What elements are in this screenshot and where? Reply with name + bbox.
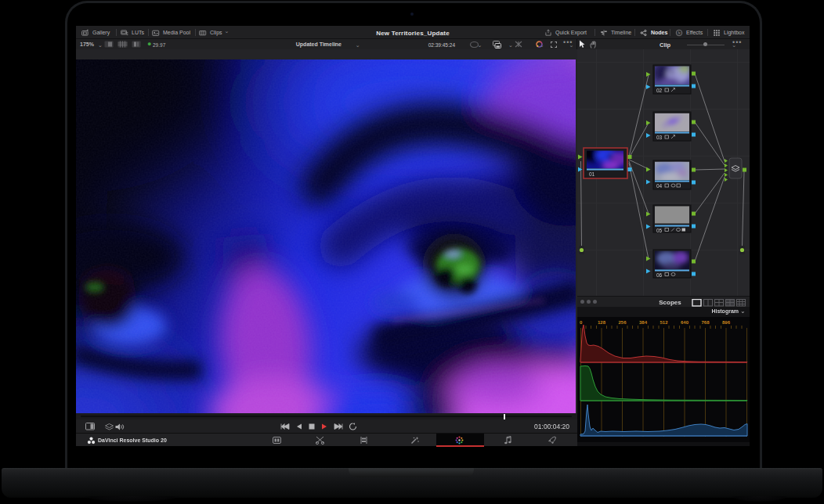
svg-text:512: 512 bbox=[660, 320, 668, 325]
svg-text:896: 896 bbox=[722, 320, 731, 325]
svg-text:04: 04 bbox=[656, 183, 663, 189]
svg-text:06: 06 bbox=[656, 272, 663, 278]
svg-text:256: 256 bbox=[618, 320, 627, 325]
svg-text:03: 03 bbox=[656, 135, 663, 140]
svg-text:128: 128 bbox=[598, 320, 606, 325]
svg-text:768: 768 bbox=[701, 320, 710, 325]
svg-text:384: 384 bbox=[639, 320, 648, 325]
svg-text:05: 05 bbox=[656, 228, 663, 233]
svg-text:fx: fx bbox=[678, 31, 681, 34]
svg-text:02: 02 bbox=[656, 88, 663, 93]
svg-text:640: 640 bbox=[681, 320, 689, 325]
svg-text:01: 01 bbox=[589, 171, 595, 177]
